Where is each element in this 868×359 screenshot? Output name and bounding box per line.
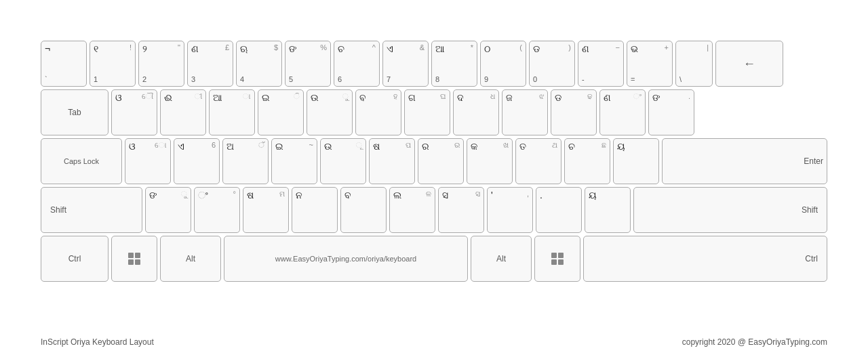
copyright-text: copyright 2020 @ EasyOriyaTyping.com bbox=[682, 337, 827, 347]
key-tab[interactable]: Tab bbox=[41, 89, 108, 135]
key-enter[interactable]: Enter bbox=[662, 138, 827, 184]
windows-icon-right bbox=[551, 253, 564, 265]
key-k[interactable]: କଖ bbox=[467, 138, 513, 184]
key-period[interactable]: . bbox=[536, 187, 582, 233]
key-0[interactable]: ଡ) 0 bbox=[529, 41, 575, 87]
footer-left-label: InScript Oriya Keyboard Layout bbox=[41, 337, 154, 347]
key-enter-placeholder bbox=[697, 89, 827, 135]
key-l[interactable]: ତଥ bbox=[515, 138, 561, 184]
key-2[interactable]: ୨" 2 bbox=[138, 41, 184, 87]
key-f[interactable]: ଇ~ bbox=[271, 138, 317, 184]
key-shift-left[interactable]: Shift bbox=[41, 187, 142, 233]
key-comma[interactable]: ', bbox=[487, 187, 533, 233]
key-win-right[interactable] bbox=[534, 236, 580, 282]
key-backslash[interactable]: | \ bbox=[675, 41, 713, 87]
key-e[interactable]: ଆା bbox=[209, 89, 255, 135]
row-bottom: Ctrl Alt www.EasyOriyaTyping.com/oriya/k… bbox=[41, 236, 827, 282]
row-number: ¬ ` ୧! 1 ୨" 2 ଣ£ 3 ଋ$ 4 ଙ% 5 ଚ^ bbox=[41, 41, 827, 87]
row-home: Caps Lock ଓୋ ଏ6 ଅॅ ଇ~ ଉୂ ଷପ ରର କଖ ତଥ ଚଛ bbox=[41, 138, 827, 184]
key-backtick[interactable]: ¬ ` bbox=[41, 41, 87, 87]
key-m[interactable]: ସସ bbox=[438, 187, 484, 233]
key-9[interactable]: ଠ( 9 bbox=[480, 41, 526, 87]
space-bar-url: www.EasyOriyaTyping.com/oriya/keyboard bbox=[275, 255, 416, 263]
key-alt-right[interactable]: Alt bbox=[471, 236, 532, 282]
key-win-left[interactable] bbox=[111, 236, 157, 282]
key-6[interactable]: ଚ^ 6 bbox=[334, 41, 380, 87]
key-slash[interactable]: ୟ bbox=[585, 187, 631, 233]
row-qwerty: Tab ଓୌ ଈୀ ଆା ଇି ଉୁ ବହ ଗଘ ଦଧ ଜଝ ଡଢ bbox=[41, 89, 827, 135]
windows-icon bbox=[128, 253, 140, 265]
key-x[interactable]: ଂ° bbox=[194, 187, 240, 233]
key-d[interactable]: ଅॅ bbox=[222, 138, 269, 184]
key-minus[interactable]: ଣ− - bbox=[578, 41, 624, 87]
key-1[interactable]: ୧! 1 bbox=[90, 41, 136, 87]
key-4[interactable]: ଋ$ 4 bbox=[236, 41, 282, 87]
key-v[interactable]: ନ bbox=[292, 187, 338, 233]
key-i[interactable]: ଦଧ bbox=[453, 89, 499, 135]
key-t[interactable]: ଉୁ bbox=[307, 89, 353, 135]
key-semicolon[interactable]: ଚଛ bbox=[564, 138, 610, 184]
key-backspace[interactable]: ← bbox=[715, 41, 783, 87]
row-shift: Shift ଙୁ ଂ° ଷମ ନ ବ ଲଳ ସସ ', . ୟ bbox=[41, 187, 827, 233]
key-n[interactable]: ଲଳ bbox=[389, 187, 435, 233]
key-u[interactable]: ଗଘ bbox=[404, 89, 450, 135]
key-h[interactable]: ଷପ bbox=[369, 138, 415, 184]
key-ctrl-right[interactable]: Ctrl bbox=[583, 236, 827, 282]
key-7[interactable]: ଏ& 7 bbox=[382, 41, 429, 87]
key-z[interactable]: ଙୁ bbox=[145, 187, 191, 233]
key-alt-left[interactable]: Alt bbox=[160, 236, 221, 282]
key-c[interactable]: ଷମ bbox=[243, 187, 289, 233]
key-shift-right[interactable]: Shift bbox=[633, 187, 827, 233]
key-5[interactable]: ଙ% 5 bbox=[285, 41, 331, 87]
key-y[interactable]: ବହ bbox=[355, 89, 401, 135]
key-space[interactable]: www.EasyOriyaTyping.com/oriya/keyboard bbox=[224, 236, 468, 282]
key-a[interactable]: ଓୋ bbox=[125, 138, 171, 184]
key-q[interactable]: ଓୌ bbox=[111, 89, 157, 135]
key-quote[interactable]: ୟ bbox=[613, 138, 659, 184]
keyboard-layout-name: InScript Oriya Keyboard Layout bbox=[41, 337, 154, 347]
key-j[interactable]: ରର bbox=[418, 138, 464, 184]
key-ctrl-left[interactable]: Ctrl bbox=[41, 236, 108, 282]
key-w[interactable]: ଈୀ bbox=[160, 89, 206, 135]
key-s[interactable]: ଏ6 bbox=[174, 138, 220, 184]
key-p[interactable]: ଡଢ bbox=[551, 89, 597, 135]
keyboard: ¬ ` ୧! 1 ୨" 2 ଣ£ 3 ଋ$ 4 ଙ% 5 ଚ^ bbox=[41, 41, 827, 284]
key-equals[interactable]: ଭ+ = bbox=[627, 41, 673, 87]
key-r[interactable]: ଇି bbox=[258, 89, 304, 135]
footer-right-label: copyright 2020 @ EasyOriyaTyping.com bbox=[682, 337, 827, 347]
key-3[interactable]: ଣ£ 3 bbox=[187, 41, 233, 87]
key-bracket-r[interactable]: ଙ. bbox=[648, 89, 694, 135]
key-capslock[interactable]: Caps Lock bbox=[41, 138, 122, 184]
key-bracket-l[interactable]: ଣଂ bbox=[599, 89, 646, 135]
key-g[interactable]: ଉୂ bbox=[320, 138, 366, 184]
key-b[interactable]: ବ bbox=[340, 187, 387, 233]
key-8[interactable]: ଆ* 8 bbox=[431, 41, 477, 87]
key-o[interactable]: ଜଝ bbox=[502, 89, 548, 135]
